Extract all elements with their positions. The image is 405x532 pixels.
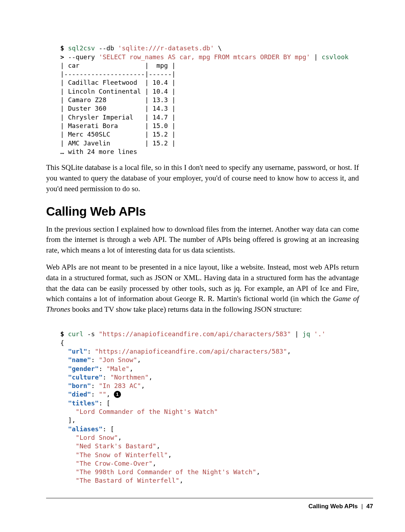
json-key: "name"	[68, 356, 91, 364]
line-continuation: \	[218, 44, 222, 52]
table-row: | Camaro Z28 | 13.3 |	[60, 96, 176, 104]
page-footer: Calling Web APIs|47	[309, 503, 373, 510]
flag-db: --db	[99, 44, 114, 52]
command-jq: jq	[303, 330, 310, 338]
json-key: "born"	[68, 382, 91, 389]
jq-arg: '.'	[314, 330, 326, 338]
json-key: "titles"	[68, 399, 99, 407]
table-row: | Duster 360 | 14.3 |	[60, 105, 176, 112]
db-string: 'sqlite:///r-datasets.db'	[118, 44, 214, 52]
query-string: 'SELECT row_names AS car, mpg FROM mtcar…	[99, 53, 310, 61]
table-row: | Maserati Bora | 15.0 |	[60, 122, 176, 129]
code-block-sql: $ sql2csv --db 'sqlite:///r-datasets.db'…	[60, 35, 359, 156]
footer-page-number: 47	[366, 503, 373, 510]
footer-section: Calling Web APIs	[309, 503, 358, 510]
command-csvlook: csvlook	[322, 53, 349, 61]
json-array-item: "The Bastard of Winterfell"	[76, 477, 179, 484]
json-key: "aliases"	[68, 425, 103, 433]
flag-query: --query	[68, 53, 95, 61]
json-value: "In 283 AC"	[99, 382, 141, 389]
json-key: "url"	[68, 348, 87, 355]
json-open-brace: {	[60, 339, 64, 347]
json-value: "https://anapioficeandfire.com/api/chara…	[95, 348, 287, 355]
footer-separator: |	[361, 503, 363, 510]
json-value: "Jon Snow"	[99, 356, 137, 364]
json-array-item: "Ned Stark's Bastard"	[76, 442, 156, 450]
table-rule: |---------------------|------|	[60, 70, 176, 78]
json-array-item: "Lord Commander of the Night's Watch"	[76, 408, 218, 415]
table-header: | car | mpg |	[60, 62, 176, 69]
section-heading: Calling Web APIs	[46, 204, 359, 218]
table-row: | Cadillac Fleetwood | 10.4 |	[60, 79, 176, 86]
json-array-item: "The Snow of Winterfell"	[76, 451, 168, 459]
paragraph-api-desc: Web APIs are not meant to be presented i…	[46, 262, 359, 315]
paragraph-intro: In the previous section I explained how …	[46, 224, 359, 256]
prompt-cont: >	[60, 53, 64, 61]
json-key: "died"	[68, 390, 91, 398]
curl-flags: -s	[87, 330, 95, 338]
json-array-close: ],	[68, 416, 76, 424]
json-array-item: "Lord Snow"	[76, 434, 118, 441]
code-block-curl: $ curl -s "https://anapioficeandfire.com…	[60, 321, 359, 485]
callout-1-icon: 1	[114, 391, 121, 398]
pipe-symbol: |	[295, 330, 299, 338]
pipe-symbol: |	[314, 53, 318, 61]
json-value: ""	[99, 390, 106, 398]
json-key: "gender"	[68, 365, 99, 372]
json-value: "Male"	[106, 365, 129, 372]
json-array-item: "The 998th Lord Commander of the Night's…	[76, 468, 256, 476]
command-curl: curl	[68, 330, 83, 338]
table-row: | Chrysler Imperial | 14.7 |	[60, 113, 176, 121]
para-text: books and TV show take place) returns da…	[70, 305, 302, 314]
json-value: "Northmen"	[110, 373, 149, 381]
paragraph-sqlite-note: This SQLite database is a local file, so…	[46, 162, 359, 194]
para-text: Web APIs are not meant to be presented i…	[46, 263, 359, 303]
prompt-symbol: $	[60, 44, 64, 52]
prompt-symbol: $	[60, 330, 64, 338]
table-row: | Merc 450SLC | 15.2 |	[60, 131, 176, 138]
footer-rule	[46, 498, 373, 498]
command-sql2csv: sql2csv	[68, 44, 95, 52]
table-row: | Lincoln Continental | 10.4 |	[60, 88, 176, 95]
more-lines: … with 24 more lines	[60, 148, 137, 155]
table-row: | AMC Javelin | 15.2 |	[60, 139, 176, 147]
json-key: "culture"	[68, 373, 103, 381]
json-array-item: "The Crow-Come-Over"	[76, 460, 152, 467]
url-string: "https://anapioficeandfire.com/api/chara…	[99, 330, 291, 338]
